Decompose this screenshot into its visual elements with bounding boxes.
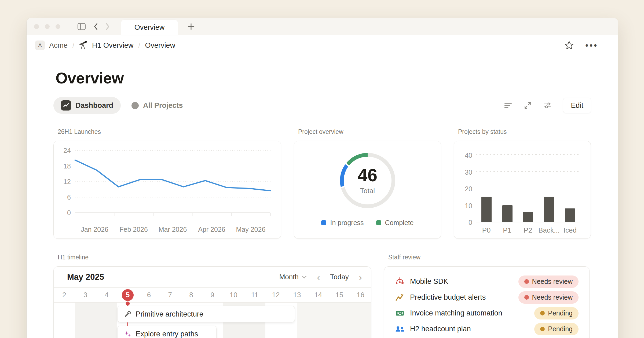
timeline-day[interactable]: 6 (138, 288, 159, 302)
dollar-bill-icon (395, 308, 405, 318)
launches-section: 26H1 Launches 06121824 Jan 2026Feb 2026M… (53, 128, 281, 239)
bar-chart-y-axis: 010203040 (460, 150, 476, 222)
view-controls-row: Dashboard All Projects (53, 97, 591, 114)
window-controls (27, 18, 114, 35)
section-label: 26H1 Launches (58, 128, 281, 135)
donut-legend: In progress Complete (321, 219, 414, 227)
page-title: Overview (56, 69, 591, 87)
view-tab-all-projects[interactable]: All Projects (124, 97, 191, 114)
timeline-day[interactable]: 8 (181, 288, 202, 302)
timeline-day[interactable]: 4 (96, 288, 117, 302)
breadcrumb-parent[interactable]: H1 Overview (92, 41, 134, 50)
timeline-day[interactable]: 12 (265, 288, 287, 302)
timeline-day[interactable]: 9 (202, 288, 223, 302)
breadcrumb: A Acme / H1 Overview / Overview (35, 41, 175, 50)
status-dot (524, 295, 529, 300)
timeline-day-today[interactable]: 5 (117, 288, 138, 302)
line-chart-plot: Jan 2026Feb 2026Mar 2026Apr 2026May 2026 (74, 148, 272, 235)
timeline-day[interactable]: 11 (244, 288, 265, 302)
timeline-day[interactable]: 15 (329, 288, 350, 302)
trend-chart-icon (395, 293, 405, 302)
section-label: H1 timeline (58, 254, 371, 261)
status-dot (540, 311, 545, 315)
bar-chart-x-labels: P0P1P2Back...Iced (476, 223, 580, 235)
sliders-icon[interactable] (543, 101, 552, 110)
staff-row-invoice-matching-automation[interactable]: Invoice matching automation Pending (395, 305, 579, 321)
breadcrumb-workspace[interactable]: Acme (49, 41, 68, 50)
staff-row-h2-headcount-plan[interactable]: H2 headcount plan Pending (395, 321, 579, 337)
bar (544, 197, 554, 222)
breadcrumb-current[interactable]: Overview (145, 41, 175, 50)
status-label: Pending (548, 325, 573, 333)
back-icon[interactable] (90, 23, 102, 31)
timeline-prev-icon[interactable]: ‹ (317, 273, 320, 282)
legend-item-complete: Complete (376, 219, 414, 227)
expand-icon[interactable] (523, 101, 532, 110)
timeline-next-icon[interactable]: › (359, 273, 362, 282)
traffic-light-close[interactable] (34, 24, 39, 29)
timeline-today-button[interactable]: Today (330, 273, 349, 281)
project-overview-section: Project overview 46 Total In progress (294, 128, 441, 239)
status-badge: Needs review (518, 275, 579, 288)
status-badge: Pending (534, 323, 579, 335)
donut-chart: 46 Total (340, 153, 395, 208)
dashboard-chart-icon (61, 100, 71, 111)
legend-swatch-green (376, 220, 381, 225)
timeline-day[interactable]: 7 (159, 288, 181, 302)
traffic-light-zoom[interactable] (56, 24, 60, 29)
charts-row: 26H1 Launches 06121824 Jan 2026Feb 2026M… (53, 128, 591, 239)
sparkles-icon (124, 330, 131, 338)
legend-label: Complete (385, 219, 414, 227)
gray-circle-icon (131, 102, 139, 109)
bar-category-label: P2 (524, 226, 532, 235)
chevron-down-icon (302, 275, 307, 279)
timeline-day[interactable]: 16 (350, 288, 371, 302)
timeline-section: H1 timeline May 2025 Month ‹ Today (53, 254, 371, 338)
timeline-controls: Month ‹ Today › (279, 273, 362, 282)
traffic-light-minimize[interactable] (45, 24, 50, 29)
timeline-dates-row: 2345678910111213141516 (54, 288, 371, 303)
legend-swatch-blue (321, 220, 326, 225)
favorite-star-icon[interactable] (564, 41, 574, 50)
more-options-icon[interactable]: ••• (585, 41, 598, 50)
view-tab-dashboard[interactable]: Dashboard (53, 97, 121, 114)
view-selector-label: Month (279, 273, 299, 281)
staff-row-mobile-sdk[interactable]: Mobile SDK Needs review (395, 274, 579, 289)
today-dot (126, 302, 130, 306)
timeline-day[interactable]: 3 (75, 288, 96, 302)
donut-total-label: Total (360, 187, 375, 195)
timeline-view-selector[interactable]: Month (279, 273, 307, 281)
view-tabs: Dashboard All Projects (53, 97, 191, 114)
forward-icon[interactable] (102, 23, 114, 31)
bar-category-label: P0 (482, 226, 491, 235)
bottom-row: H1 timeline May 2025 Month ‹ Today (53, 254, 591, 338)
staff-item-label: Mobile SDK (410, 277, 448, 286)
tab-overview[interactable]: Overview (121, 20, 178, 35)
tab-title: Overview (134, 23, 165, 32)
view-tab-label: All Projects (143, 101, 183, 110)
filter-icon[interactable] (503, 101, 513, 110)
new-tab-icon[interactable] (187, 18, 195, 35)
desktop: Overview A Acme / H1 Ov (0, 0, 644, 338)
bar-chart: 010203040 P0P1P2Back...Iced (454, 141, 591, 238)
breadcrumb-separator: / (72, 42, 75, 49)
timeline-day[interactable]: 14 (308, 288, 329, 302)
sidebar-toggle-icon[interactable] (77, 23, 86, 31)
edit-button[interactable]: Edit (563, 98, 591, 113)
people-icon (395, 324, 405, 334)
workspace-avatar[interactable]: A (35, 41, 45, 50)
timeline-day[interactable]: 2 (54, 288, 75, 302)
section-label: Project overview (298, 128, 441, 135)
breadcrumb-separator: / (138, 42, 141, 49)
staff-item-label: H2 headcount plan (410, 325, 471, 333)
staff-row-predictive-budget-alerts[interactable]: Predictive budget alerts Needs review (395, 289, 579, 305)
timeline-event-explore-entry-paths[interactable]: Explore entry paths (117, 326, 217, 338)
line-chart-y-axis: 06121824 (59, 148, 74, 222)
timeline-day[interactable]: 13 (286, 288, 308, 302)
timeline-day[interactable]: 10 (223, 288, 244, 302)
breadcrumb-bar: A Acme / H1 Overview / Overview (27, 35, 618, 56)
staff-item-label: Invoice matching automation (410, 309, 502, 317)
weekend-band (96, 303, 117, 338)
timeline-event-primitive-architecture[interactable]: Primitive architecture (117, 306, 295, 322)
status-badge: Needs review (518, 291, 579, 304)
